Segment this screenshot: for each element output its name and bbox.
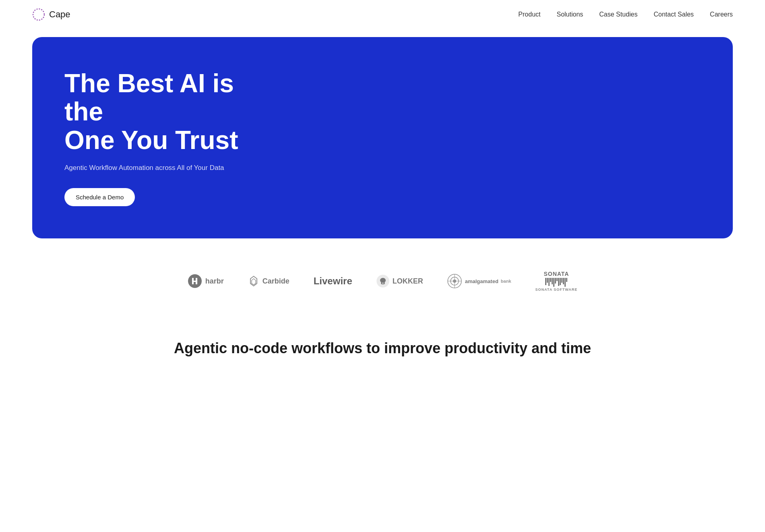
cape-logo-icon: [32, 8, 45, 21]
harbr-icon: [188, 274, 202, 288]
livewire-label: Livewire: [314, 275, 352, 287]
hero-section: The Best AI is the One You Trust Agentic…: [0, 37, 765, 238]
logo-text: Cape: [49, 9, 70, 20]
lokker-label: LOKKER: [393, 277, 423, 286]
nav-careers[interactable]: Careers: [710, 11, 733, 18]
svg-point-6: [382, 283, 383, 284]
nav-product[interactable]: Product: [518, 11, 540, 18]
logo-lokker: LOKKER: [376, 275, 423, 288]
nav-contact-sales[interactable]: Contact Sales: [653, 11, 694, 18]
logo-harbr: harbr: [188, 274, 224, 288]
logo-sonata: SONATA SONATA SOFTWARE: [536, 271, 578, 292]
logo-livewire: Livewire: [314, 275, 352, 287]
sonata-software-label: SONATA SOFTWARE: [536, 288, 578, 292]
lokker-icon: [376, 275, 389, 288]
carbide-label: Carbide: [263, 277, 289, 286]
amalgamated-label: amalgamated bank: [465, 278, 511, 284]
hero-card: The Best AI is the One You Trust Agentic…: [32, 37, 733, 238]
bottom-section: Agentic no-code workflows to improve pro…: [0, 316, 765, 373]
header: Cape Product Solutions Case Studies Cont…: [0, 0, 765, 29]
schedule-demo-button[interactable]: Schedule a Demo: [64, 188, 135, 206]
sonata-bars: [545, 278, 567, 287]
svg-point-0: [33, 9, 44, 20]
hero-title: The Best AI is the One You Trust: [64, 69, 266, 154]
svg-rect-4: [192, 281, 197, 282]
bottom-title: Agentic no-code workflows to improve pro…: [32, 340, 733, 357]
main-nav: Product Solutions Case Studies Contact S…: [518, 11, 733, 18]
logo-carbide: Carbide: [248, 275, 289, 287]
harbr-label: harbr: [205, 277, 224, 286]
hero-subtitle: Agentic Workflow Automation across All o…: [64, 164, 224, 172]
nav-case-studies[interactable]: Case Studies: [599, 11, 637, 18]
logos-section: harbr Carbide Livewire LOKKER amalgamate…: [0, 246, 765, 316]
logo-amalgamated: amalgamated bank: [447, 274, 511, 288]
sonata-name: SONATA: [544, 271, 569, 277]
logo-area[interactable]: Cape: [32, 8, 70, 21]
sonata-logo-container: SONATA SONATA SOFTWARE: [536, 271, 578, 292]
amalgamated-icon: [447, 274, 462, 288]
carbide-icon: [248, 275, 259, 287]
nav-solutions[interactable]: Solutions: [556, 11, 583, 18]
